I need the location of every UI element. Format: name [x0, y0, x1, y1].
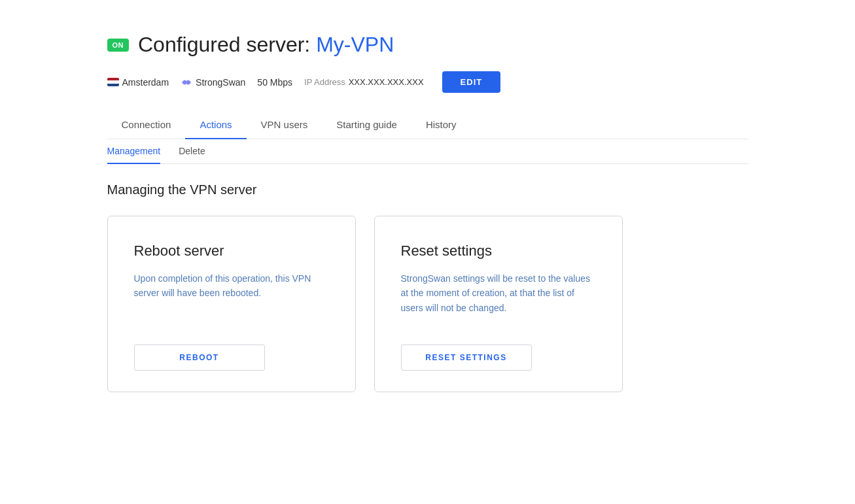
reboot-button[interactable]: REBOOT [134, 344, 265, 371]
tab-vpn-users[interactable]: VPN users [247, 111, 323, 139]
flag-icon [107, 78, 119, 86]
reboot-card: Reboot server Upon completion of this op… [107, 216, 356, 392]
section-title: Managing the VPN server [107, 182, 748, 197]
tab-history[interactable]: History [411, 111, 471, 139]
cards-row: Reboot server Upon completion of this op… [107, 216, 748, 392]
provider-item: StrongSwan [181, 77, 245, 88]
reset-settings-button[interactable]: RESET SETTINGS [401, 344, 532, 371]
page-title: Configured server: My-VPN [138, 33, 394, 57]
meta-row: Amsterdam StrongSwan 50 Mbps IP Address … [107, 71, 748, 93]
subtab-delete[interactable]: Delete [179, 139, 205, 164]
provider-label: StrongSwan [196, 77, 245, 88]
speed-item: 50 Mbps [257, 77, 292, 88]
speed-label: 50 Mbps [257, 77, 292, 88]
subtabs-row: Management Delete [107, 139, 748, 164]
reset-card-desc: StrongSwan settings will be reset to the… [401, 271, 596, 315]
subtab-management[interactable]: Management [107, 139, 161, 164]
ip-value-text: XXX.XXX.XXX.XXX [349, 77, 424, 87]
on-badge: ON [107, 39, 130, 52]
title-prefix: Configured server: [138, 33, 316, 56]
reset-settings-card: Reset settings StrongSwan settings will … [374, 216, 623, 392]
page-container: ON Configured server: My-VPN Amsterdam S… [68, 0, 788, 425]
strongswan-icon [181, 77, 192, 88]
tab-connection[interactable]: Connection [107, 111, 186, 139]
title-accent: My-VPN [316, 33, 394, 56]
reboot-card-desc: Upon completion of this operation, this … [134, 271, 329, 301]
tab-actions[interactable]: Actions [185, 111, 246, 139]
reset-card-title: Reset settings [401, 243, 596, 260]
location-item: Amsterdam [107, 77, 169, 88]
tab-starting-guide[interactable]: Starting guide [322, 111, 411, 139]
ip-item: IP Address XXX.XXX.XXX.XXX [304, 77, 424, 87]
header-row: ON Configured server: My-VPN [107, 33, 748, 57]
main-tabs: Connection Actions VPN users Starting gu… [107, 111, 748, 139]
ip-label-text: IP Address [304, 77, 345, 87]
reboot-card-title: Reboot server [134, 243, 329, 260]
location-label: Amsterdam [122, 77, 169, 88]
edit-button[interactable]: EDIT [442, 71, 501, 93]
